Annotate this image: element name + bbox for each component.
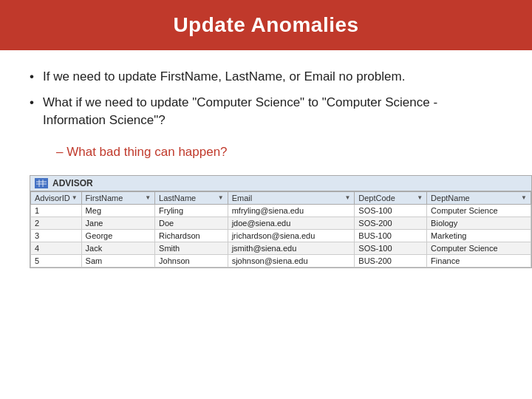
slide-header: Update Anomalies xyxy=(0,0,532,50)
table-cell: 2 xyxy=(31,216,82,229)
table-row: 4JackSmithjsmith@siena.eduSOS-100Compute… xyxy=(31,242,531,254)
svg-rect-0 xyxy=(36,180,47,187)
bullet-item-1: If we need to update FirstName, LastName… xyxy=(30,68,502,86)
col-firstname: FirstName ▼ xyxy=(81,191,154,204)
table-cell: jrichardson@siena.edu xyxy=(228,229,355,242)
filter-arrow-2[interactable]: ▼ xyxy=(218,194,224,201)
col-advisor-id: AdvisorID ▼ xyxy=(31,191,82,204)
col-deptname: DeptName ▼ xyxy=(427,191,531,204)
filter-arrow-4[interactable]: ▼ xyxy=(417,194,423,201)
slide-title: Update Anomalies xyxy=(173,13,358,36)
filter-arrow-3[interactable]: ▼ xyxy=(344,194,350,201)
filter-arrow-1[interactable]: ▼ xyxy=(145,194,151,201)
table-cell: Johnson xyxy=(155,254,228,267)
table-cell: 4 xyxy=(31,242,82,254)
table-header-row: AdvisorID ▼ FirstName ▼ xyxy=(31,191,531,204)
table-cell: 3 xyxy=(31,229,82,242)
table-cell: Computer Science xyxy=(427,242,531,254)
slide-content: If we need to update FirstName, LastName… xyxy=(0,50,532,399)
table-cell: 1 xyxy=(31,204,82,216)
table-cell: SOS-200 xyxy=(355,216,427,229)
table-row: 1MegFrylingmfryling@siena.eduSOS-100Comp… xyxy=(31,204,531,216)
table-cell: SOS-100 xyxy=(355,242,427,254)
table-cell: jsmith@siena.edu xyxy=(228,242,355,254)
bullet-item-2: What if we need to update "Computer Scie… xyxy=(30,94,502,130)
table-cell: Fryling xyxy=(155,204,228,216)
db-table: AdvisorID ▼ FirstName ▼ xyxy=(30,191,531,267)
col-email: Email ▼ xyxy=(228,191,355,204)
table-cell: 5 xyxy=(31,254,82,267)
filter-arrow-0[interactable]: ▼ xyxy=(72,194,78,201)
table-cell: SOS-100 xyxy=(355,204,427,216)
sub-bullet: – What bad thing can happen? xyxy=(30,143,502,162)
table-cell: Meg xyxy=(81,204,154,216)
table-row: 3GeorgeRichardsonjrichardson@siena.eduBU… xyxy=(31,229,531,242)
table-row: 5SamJohnsonsjohnson@siena.eduBUS-200Fina… xyxy=(31,254,531,267)
table-cell: Richardson xyxy=(155,229,228,242)
table-cell: Jack xyxy=(81,242,154,254)
table-cell: Biology xyxy=(427,216,531,229)
table-cell: sjohnson@siena.edu xyxy=(228,254,355,267)
col-deptcode: DeptCode ▼ xyxy=(355,191,427,204)
table-cell: Smith xyxy=(155,242,228,254)
advisor-table-section: ADVISOR AdvisorID ▼ FirstName xyxy=(30,175,532,268)
table-cell: Sam xyxy=(81,254,154,267)
bullet-list: If we need to update FirstName, LastName… xyxy=(30,68,502,137)
table-cell: Jane xyxy=(81,216,154,229)
table-cell: George xyxy=(81,229,154,242)
table-title-bar: ADVISOR xyxy=(30,176,531,191)
table-cell: jdoe@siena.edu xyxy=(228,216,355,229)
table-cell: Doe xyxy=(155,216,228,229)
filter-arrow-5[interactable]: ▼ xyxy=(521,194,527,201)
slide: Update Anomalies If we need to update Fi… xyxy=(0,0,532,399)
table-cell: Computer Science xyxy=(427,204,531,216)
table-cell: Marketing xyxy=(427,229,531,242)
table-cell: BUS-200 xyxy=(355,254,427,267)
table-cell: mfryling@siena.edu xyxy=(228,204,355,216)
table-row: 2JaneDoejdoe@siena.eduSOS-200Biology xyxy=(31,216,531,229)
table-icon xyxy=(35,178,48,188)
table-name: ADVISOR xyxy=(52,178,93,188)
col-lastname: LastName ▼ xyxy=(155,191,228,204)
table-cell: BUS-100 xyxy=(355,229,427,242)
table-cell: Finance xyxy=(427,254,531,267)
